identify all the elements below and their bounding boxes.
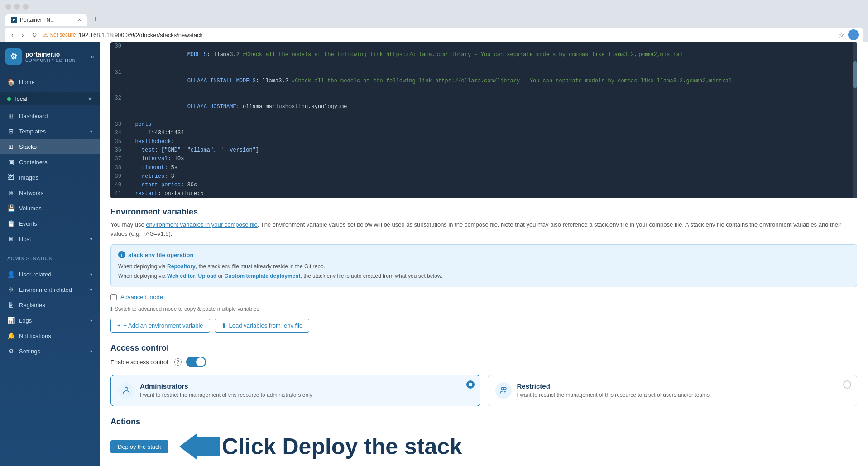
url-area[interactable]: ⚠ Not secure 192.168.1.18:9000/#!/2/dock… — [43, 32, 834, 38]
sidebar-admin-header: Administration — [0, 253, 100, 264]
sidebar-item-settings[interactable]: ⚙ Settings ▾ — [0, 343, 100, 359]
settings-icon: ⚙ — [7, 347, 14, 355]
sidebar-notifications-label: Notifications — [19, 333, 92, 339]
code-line-39: 39 retries: 3 — [110, 172, 857, 181]
administrators-card-body: Administrators I want to restrict the ma… — [140, 382, 473, 398]
arrow-left-icon — [179, 433, 220, 460]
sidebar-item-events[interactable]: 📋 Events — [0, 216, 100, 231]
volumes-icon: 💾 — [7, 204, 14, 212]
sidebar-containers-label: Containers — [19, 159, 92, 166]
security-indicator: ⚠ Not secure — [43, 32, 76, 38]
minimize-button[interactable] — [5, 4, 11, 10]
env-related-arrow-icon: ▾ — [90, 287, 92, 292]
code-line-33: 33 ports: — [110, 120, 857, 129]
add-env-variable-button[interactable]: + + Add an environment variable — [110, 319, 210, 333]
dashboard-icon: ⊞ — [7, 112, 14, 119]
advanced-mode-hint: ℹ Switch to advanced mode to copy & past… — [110, 306, 857, 312]
sidebar-item-home[interactable]: 🏠 Home — [0, 74, 100, 90]
browser-tab[interactable]: P Portainer | N... ✕ — [5, 14, 87, 26]
close-button[interactable] — [23, 4, 29, 10]
enable-access-control-row: Enable access control ? — [110, 357, 857, 367]
administrators-card[interactable]: Administrators I want to restrict the ma… — [110, 375, 480, 406]
code-line-31: 31 OLLAMA_INSTALL_MODELS: llama3.2 #Chec… — [110, 68, 857, 95]
sidebar-item-stacks[interactable]: ⊞ Stacks — [0, 139, 100, 154]
sidebar-settings-label: Settings — [19, 348, 86, 355]
sidebar-item-user-related[interactable]: 👤 User-related ▾ — [0, 266, 100, 282]
sidebar-env-related-label: Environment-related — [19, 286, 86, 293]
sidebar-templates-label: Templates — [19, 128, 86, 135]
refresh-button[interactable]: ↻ — [29, 30, 39, 39]
enable-access-label: Enable access control — [110, 359, 168, 366]
sidebar-item-containers[interactable]: ▣ Containers — [0, 154, 100, 170]
content-area: 30 MODELS: llama3.2 #Check all the model… — [100, 42, 868, 466]
window-controls — [5, 4, 29, 10]
sidebar-registries-label: Registries — [19, 302, 92, 309]
networks-icon: ⊗ — [7, 189, 14, 196]
tab-title: Portainer | N... — [20, 17, 55, 23]
sidebar-item-images[interactable]: 🖼 Images — [0, 170, 100, 185]
events-icon: 📋 — [7, 220, 14, 227]
restricted-radio — [843, 380, 851, 389]
stackenv-info-box: i stack.env file operation When deployin… — [110, 244, 857, 287]
sidebar-item-host[interactable]: 🖥 Host ▾ — [0, 231, 100, 247]
sidebar-item-env-related[interactable]: ⚙ Environment-related ▾ — [0, 282, 100, 297]
hint-icon: ℹ — [110, 306, 113, 312]
host-icon: 🖥 — [7, 235, 14, 243]
sidebar-item-registries[interactable]: 🗄 Registries — [0, 297, 100, 313]
profile-button[interactable] — [848, 29, 859, 40]
sidebar-env-header[interactable]: local ✕ — [0, 92, 100, 105]
code-line-35: 35 healthcheck: — [110, 138, 857, 146]
sidebar-item-templates[interactable]: ⊟ Templates ▾ — [0, 124, 100, 139]
sidebar-dashboard-label: Dashboard — [19, 113, 92, 119]
sidebar-item-logs[interactable]: 📊 Logs ▾ — [0, 313, 100, 328]
info-line1: When deploying via Repository, the stack… — [118, 262, 849, 271]
svg-point-3 — [501, 387, 504, 390]
large-arrow-icon — [179, 433, 220, 460]
access-control-help-icon: ? — [174, 358, 182, 366]
toggle-slider — [186, 357, 206, 367]
sidebar-item-volumes[interactable]: 💾 Volumes — [0, 200, 100, 216]
add-env-icon: + — [117, 322, 121, 329]
tab-close-button[interactable]: ✕ — [77, 17, 82, 23]
new-tab-button[interactable]: + — [89, 12, 102, 26]
code-scroll-thumb[interactable] — [853, 61, 857, 88]
env-close-icon: ✕ — [88, 96, 92, 102]
sidebar: ⚙ portainer.io COMMUNITY EDITION « 🏠 Hom… — [0, 42, 100, 466]
code-line-41: 41 restart: on-failure:5 — [110, 190, 857, 198]
settings-arrow-icon: ▾ — [90, 349, 92, 354]
sidebar-logs-label: Logs — [19, 317, 86, 324]
actions-section: Actions Deploy the stack Click Deploy th… — [110, 417, 857, 460]
env-heading: Environment variables — [110, 207, 857, 217]
deploy-stack-button[interactable]: Deploy the stack — [110, 440, 168, 453]
forward-button[interactable]: › — [19, 30, 26, 39]
restricted-icon — [495, 382, 512, 399]
code-line-37: 37 interval: 10s — [110, 155, 857, 163]
address-bar: ‹ › ↻ ⚠ Not secure 192.168.1.18:9000/#!/… — [5, 28, 863, 42]
sidebar-item-notifications[interactable]: 🔔 Notifications — [0, 328, 100, 343]
sidebar-home-section: 🏠 Home — [0, 71, 100, 92]
code-line-38: 38 timeout: 5s — [110, 164, 857, 172]
sidebar-stacks-label: Stacks — [19, 143, 92, 150]
stacks-icon: ⊞ — [7, 143, 14, 150]
restricted-desc: I want to restrict the management of thi… — [517, 392, 850, 398]
env-buttons-row: + + Add an environment variable ⬆ Load v… — [110, 319, 857, 333]
code-scrollbar[interactable] — [853, 42, 857, 198]
back-button[interactable]: ‹ — [9, 30, 16, 39]
sidebar-item-dashboard[interactable]: ⊞ Dashboard — [0, 108, 100, 124]
code-line-40: 40 start_period: 30s — [110, 181, 857, 190]
info-box-title: i stack.env file operation — [118, 251, 849, 258]
url-text: 192.168.1.18:9000/#!/2/docker/stacks/new… — [78, 32, 203, 38]
sidebar-item-networks[interactable]: ⊗ Networks — [0, 185, 100, 200]
sidebar-collapse-button[interactable]: « — [91, 53, 94, 60]
access-cards: Administrators I want to restrict the ma… — [110, 375, 857, 406]
restricted-card[interactable]: Restricted I want to restrict the manage… — [488, 375, 858, 406]
env-link[interactable]: environment variables in your compose fi… — [146, 221, 257, 228]
bookmark-button[interactable]: ☆ — [838, 31, 844, 39]
load-variables-button[interactable]: ⬆ Load variables from .env file — [215, 319, 310, 333]
access-control-toggle[interactable] — [186, 357, 206, 367]
templates-arrow-icon: ▾ — [90, 129, 92, 134]
info-line2: When deploying via Web editor, Upload or… — [118, 271, 849, 281]
maximize-button[interactable] — [14, 4, 20, 10]
containers-icon: ▣ — [7, 158, 14, 166]
advanced-mode-checkbox[interactable] — [110, 294, 117, 300]
